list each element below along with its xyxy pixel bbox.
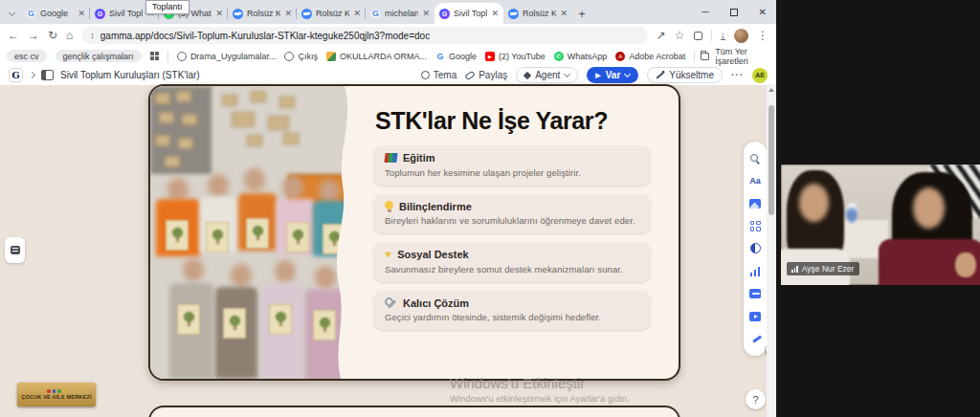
bookmark-drama[interactable]: Drama_Uygulamalar... (177, 52, 277, 61)
chart-icon[interactable] (749, 266, 761, 277)
wrench-icon (385, 297, 397, 309)
all-bookmarks-button[interactable]: Tüm Yer İşaretleri (715, 47, 769, 66)
help-button[interactable]: ? (746, 389, 766, 409)
close-icon[interactable]: ✕ (491, 9, 499, 18)
profile-avatar[interactable] (734, 29, 748, 43)
text-icon[interactable]: Aa (749, 175, 761, 187)
tab-sivil-toplum-active[interactable]: G Sivil Toplum Kur ✕ (434, 3, 503, 24)
zoom-favicon (508, 9, 519, 19)
scroll-up-icon[interactable] (768, 88, 774, 92)
image-favicon (326, 52, 336, 61)
design-panel: Aa (744, 142, 767, 356)
close-icon[interactable]: ✕ (353, 9, 361, 18)
bookmark-whatsapp[interactable]: ✆WhatsApp (554, 52, 608, 61)
chrome-menu-icon[interactable]: ⋮ (757, 30, 768, 41)
signal-bars-icon (791, 266, 798, 273)
tab-michelangelo[interactable]: G michelangelo ta ✕ (366, 3, 434, 24)
theme-button[interactable]: Tema (421, 70, 457, 80)
site-settings-icon[interactable]: ↕ (90, 31, 95, 40)
scrollbar-thumb[interactable] (768, 105, 774, 215)
window-close-button[interactable]: ✕ (759, 7, 767, 17)
tab-rolsuz-3[interactable]: Rolsüz Katılımcı ✕ (503, 3, 572, 24)
user-avatar[interactable]: AE (752, 68, 768, 83)
card-sosyal-destek[interactable]: ♥Sosyal Destek Savunmasız bireylere somu… (373, 242, 651, 282)
bookmark-google[interactable]: GGoogle (435, 52, 477, 61)
lightbulb-icon (385, 201, 393, 209)
contrast-icon[interactable] (749, 243, 761, 254)
link-icon (464, 70, 476, 80)
upgrade-button[interactable]: Yükseltme (647, 67, 723, 83)
chevron-down-icon (564, 71, 570, 77)
close-icon[interactable]: ✕ (422, 9, 430, 18)
classroom-photo[interactable] (150, 86, 357, 379)
gamma-logo[interactable]: G (9, 68, 23, 82)
close-icon[interactable]: ✕ (284, 9, 292, 18)
benefit-cards: Eğitim Toplumun her kesimine ulaşan proj… (373, 145, 651, 339)
slide-card[interactable]: STK'lar Ne İşe Yarar? Eğitim Toplumun he… (148, 84, 680, 381)
tab-rolsuz-1[interactable]: Rolsüz Katılımcı ✕ (228, 3, 297, 24)
doc-title[interactable]: Sivil Toplum Kuruluşları (STK'lar) (60, 70, 200, 80)
home-icon[interactable]: ⌂ (66, 30, 73, 41)
sidebar-toggle-icon[interactable] (41, 70, 54, 80)
tab-rolsuz-2[interactable]: Rolsüz Katılımcı ✕ (297, 3, 366, 24)
maximize-button[interactable] (730, 9, 738, 16)
bookmark-star-icon[interactable]: ☆ (675, 30, 685, 41)
bookmark-acrobat[interactable]: AAdobe Acrobat (615, 52, 685, 61)
watermark-line2: Windows'u etkinleştirmek için Ayarlar'a … (450, 393, 630, 404)
card-description: Savunmasız bireylere somut destek mekani… (385, 264, 639, 274)
close-icon[interactable]: ✕ (78, 9, 85, 18)
forward-icon[interactable]: → (28, 30, 39, 41)
bookmark-folder-esc-cv[interactable]: esc cv (7, 50, 47, 62)
paper-crafts (213, 92, 328, 168)
tab-label: Rolsüz Katılımcı (316, 9, 349, 18)
card-description: Geçici yardımın ötesinde, sistemik değiş… (385, 312, 639, 322)
layout-icon[interactable] (749, 220, 761, 231)
share-button[interactable]: Paylaş (465, 70, 507, 80)
slide-title[interactable]: STK'lar Ne İşe Yarar? (375, 107, 608, 135)
card-egitim[interactable]: Eğitim Toplumun her kesimine ulaşan proj… (373, 145, 651, 186)
tab-label: Rolsüz Katılımcı (247, 9, 280, 18)
bookmark-okullarda[interactable]: OKULLARDA ORMA... (326, 52, 427, 61)
globe-icon (177, 52, 187, 61)
bookmark-youtube[interactable]: ▶(2) YouTube (485, 52, 546, 61)
slides-panel-button[interactable] (5, 237, 25, 263)
present-button[interactable]: ▶Var (587, 67, 638, 83)
media-icon[interactable] (749, 311, 761, 322)
close-icon[interactable]: ✕ (560, 9, 568, 18)
back-icon[interactable]: ← (8, 30, 19, 41)
card-icon[interactable] (749, 288, 761, 299)
agent-button[interactable]: Agent (516, 67, 578, 83)
reload-icon[interactable]: ↻ (48, 30, 57, 41)
tab-search-button[interactable] (2, 4, 21, 24)
browser-window: G Google ✕ G Sivil Toplum Kur ✕ ✆ (5) Wh… (0, 0, 776, 417)
search-icon[interactable] (749, 153, 761, 165)
card-kalici-cozum[interactable]: Kalıcı Çözüm Geçici yardımın ötesinde, s… (373, 291, 651, 331)
video-call-thumbnail[interactable]: Ayşe Nur Ezer (781, 165, 980, 285)
next-slide-card[interactable] (148, 406, 680, 417)
edit-icon[interactable] (749, 333, 761, 344)
divider (694, 51, 695, 62)
center-banner-image: ÇOCUK VE AİLE MERKEZİ (17, 383, 96, 406)
new-tab-button[interactable]: + (572, 4, 591, 24)
tab-tooltip: Toplantı (145, 0, 189, 14)
divider (167, 51, 168, 62)
globe-icon (284, 52, 294, 61)
chevron-down-icon (8, 10, 14, 16)
apps-grid-icon[interactable] (150, 52, 160, 61)
bookmark-cikis[interactable]: Çıkış (284, 52, 318, 61)
address-bar-row: ← → ↻ ⌂ ↕ gamma.app/docs/Sivil-Toplum-Ku… (0, 24, 776, 47)
divider (711, 30, 712, 41)
url-bar[interactable]: ↕ gamma.app/docs/Sivil-Toplum-Kuruluslar… (81, 27, 647, 44)
minimize-button[interactable]: ─ (702, 7, 709, 17)
image-icon[interactable] (749, 198, 761, 209)
bookmark-folder-genclik[interactable]: gençlik çalışmaları (56, 50, 142, 62)
downloads-icon[interactable]: ↓ (721, 31, 726, 41)
extensions-icon[interactable] (694, 32, 702, 40)
filmstrip-icon (11, 246, 20, 254)
close-icon[interactable]: ✕ (215, 9, 223, 18)
tab-google[interactable]: G Google ✕ (21, 3, 90, 24)
scrollbar[interactable] (767, 84, 776, 417)
more-menu-button[interactable]: ··· (731, 70, 744, 80)
card-bilinclendirme[interactable]: Bilinçlendirme Bireyleri haklarını ve so… (373, 194, 651, 234)
share-icon[interactable]: ↗ (657, 30, 666, 41)
